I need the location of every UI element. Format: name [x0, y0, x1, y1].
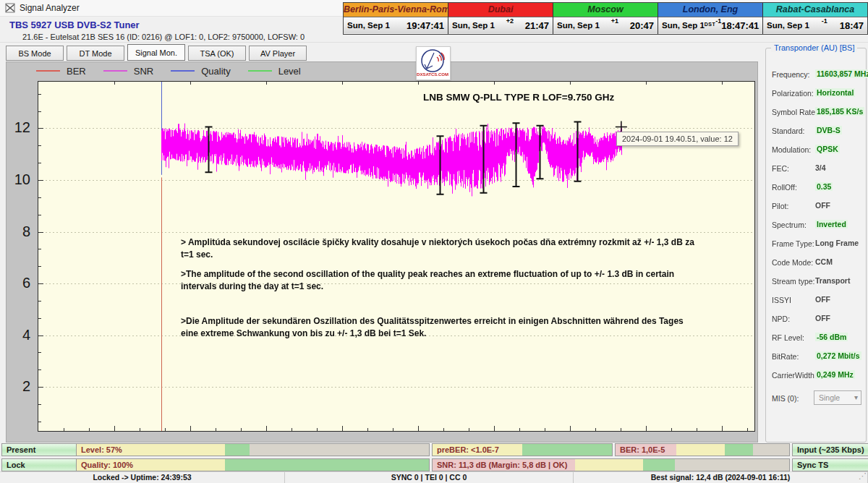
- field-value: 0.35: [815, 182, 833, 191]
- status-badge-input-235-kbps: Input (~235 Kbps): [792, 443, 868, 456]
- world-clocks: Berlin-Paris-Vienna-RomaSun, Sep 119:47:…: [343, 2, 868, 35]
- legend-label: SNR: [134, 66, 153, 77]
- field-label: Frequency:: [772, 70, 810, 79]
- transponder-row-bitrate: BitRate:0,272 Mbit/s: [772, 352, 863, 367]
- field-label: Standard:: [772, 127, 805, 135]
- clock-time-row: Sun, Sep 1-118:47: [763, 17, 867, 33]
- transponder-row-modulation: Modulation:QPSK: [772, 145, 863, 160]
- mis-dropdown[interactable]: Single ▾: [814, 390, 861, 405]
- mode-tabs: BS ModeDT ModeSignal Mon.TSA (OK)AV Play…: [6, 46, 307, 61]
- chevron-down-icon: ▾: [854, 391, 858, 404]
- status-section-3: Best signal: 12,4 dB (2024-09-01 16:11): [574, 472, 868, 483]
- clock-london-eng: London, EngSun, Sep 1DST-118:47:41: [658, 3, 762, 34]
- clock-city-label: Berlin-Paris-Vienna-Roma: [344, 3, 448, 17]
- chart-annotation-sk: > Amplitúda sekundovej oscilácie špičky …: [181, 236, 698, 261]
- tuner-name: TBS 5927 USB DVB-S2 Tuner: [9, 20, 140, 30]
- field-label: Polarization:: [772, 89, 814, 98]
- clock-time-value: 21:47: [525, 20, 549, 31]
- meter-label: Quality: 100%: [81, 459, 133, 471]
- clock-moscow: MoscowSun, Sep 1+120:47: [553, 3, 658, 34]
- clock-utc-offset: +1: [600, 17, 630, 27]
- field-label: RollOff:: [772, 183, 797, 192]
- header-separator: [0, 42, 868, 43]
- field-label: CarrierWidth:: [772, 371, 817, 380]
- field-label: Pilot:: [772, 202, 788, 210]
- legend-line-snr: [103, 70, 127, 72]
- transponder-row-fec: FEC:3/4: [772, 164, 863, 179]
- clock-date: Sun, Sep 1: [452, 21, 495, 30]
- transponder-row-polarization: Polarization:Horizontal: [772, 89, 863, 103]
- legend-item-level: Level: [248, 66, 301, 77]
- clock-date: Sun, Sep 1: [347, 21, 390, 30]
- clock-time-row: Sun, Sep 1DST-118:47:41: [658, 17, 762, 33]
- transponder-row-stream-type: Stream type:Transport: [772, 277, 863, 291]
- meter-ber: BER: 1,0E-5: [615, 443, 790, 456]
- transponder-row-rolloff: RollOff:0.35: [772, 183, 863, 197]
- transponder-panel: MIS (0): Single ▾ Frequency:11603,857 MH…: [765, 48, 867, 443]
- tab-dt-mode[interactable]: DT Mode: [67, 46, 124, 61]
- legend-label: BER: [67, 66, 86, 77]
- field-value: OFF: [815, 295, 830, 304]
- legend-label: Quality: [201, 66, 230, 77]
- legend-label: Level: [278, 66, 301, 77]
- meter-segment: [522, 444, 612, 456]
- legend-line-ber: [36, 70, 60, 72]
- meter-segment: [575, 459, 643, 471]
- field-label: Modulation:: [772, 145, 811, 154]
- meter-snr: SNR: 11,3 dB (Margin: 5,8 dB | OK): [432, 458, 790, 471]
- clock-date: Sun, Sep 1: [662, 21, 705, 30]
- clock-date: Sun, Sep 1: [767, 21, 809, 30]
- transponder-row-spectrum: Spectrum:Inverted: [772, 221, 863, 235]
- transponder-row-issyi: ISSYIOFF: [772, 296, 863, 310]
- meter-segment: [753, 444, 789, 456]
- clock-time-row: Sun, Sep 119:47:41: [344, 17, 448, 33]
- field-label: NPD:: [772, 315, 790, 323]
- meter-segment: [225, 459, 429, 471]
- meter-segment: [725, 444, 752, 456]
- tuner-details: 21.6E - Eutelsat 21B SES 16 (ID: 0216) @…: [22, 33, 305, 41]
- legend-item-ber: BER: [36, 66, 86, 77]
- tab-tsa-ok[interactable]: TSA (OK): [188, 46, 246, 61]
- meter-preber: preBER: <1.0E-7: [432, 443, 613, 456]
- tab-av-player[interactable]: AV Player: [249, 46, 307, 61]
- tab-bs-mode[interactable]: BS Mode: [6, 46, 64, 61]
- field-value: 185,185 KS/s: [815, 107, 864, 116]
- status-badge-lock: Lock: [1, 458, 80, 471]
- clock-date: Sun, Sep 1: [557, 21, 600, 30]
- legend-line-quality: [171, 70, 195, 72]
- legend-item-snr: SNR: [103, 66, 153, 77]
- transponder-row-carrierwidth: CarrierWidth:0,249 MHz: [772, 371, 863, 385]
- clock-time-value: 18:47:41: [721, 20, 759, 31]
- chart-annotation-en: >The amplitude of the second oscillation…: [181, 268, 698, 293]
- field-value: QPSK: [815, 145, 840, 153]
- status-section-1: Locked -> Uptime: 24:39:53: [0, 472, 285, 483]
- transponder-panel-title: Transponder (AU) [BS]: [771, 43, 857, 52]
- transponder-row-standard: Standard:DVB-S: [772, 127, 863, 141]
- field-label: FEC:: [772, 164, 789, 173]
- y-axis-label-4: 4: [4, 325, 30, 344]
- clock-utc-offset: +2: [495, 17, 525, 27]
- resize-grip[interactable]: ⋰: [859, 471, 867, 481]
- meter-segment: [675, 459, 789, 471]
- clock-berlin-paris-vienna-roma: Berlin-Paris-Vienna-RomaSun, Sep 119:47:…: [344, 3, 448, 34]
- tab-signal-mon[interactable]: Signal Mon.: [127, 44, 185, 61]
- transponder-row-npd: NPD:OFF: [772, 315, 863, 329]
- logo-text: DXSATCS.COM: [417, 72, 448, 77]
- field-value: DVB-S: [815, 126, 842, 134]
- dst-label: DST: [705, 22, 716, 27]
- clock-time-row: Sun, Sep 1+120:47: [553, 17, 658, 33]
- clock-time-value: 18:47: [840, 20, 864, 31]
- meter-segment: [250, 444, 429, 456]
- field-value: Transport: [815, 276, 850, 285]
- signal-bars-row-1: PresentLevel: 57%preBER: <1.0E-7BER: 1,0…: [0, 443, 868, 456]
- meter-segment: [643, 459, 675, 471]
- meter-quality: Quality: 100%: [76, 458, 430, 471]
- transponder-row-symbol-rate: Symbol Rate:185,185 KS/s: [772, 108, 863, 122]
- clock-utc-offset: -1: [809, 17, 840, 27]
- field-value: 11603,857 MHz: [815, 69, 868, 78]
- clock-city-label: London, Eng: [658, 3, 762, 17]
- value-tooltip: 2024-09-01 19.40.51, value: 12: [616, 132, 739, 146]
- field-value: Horizontal: [815, 88, 855, 97]
- transponder-row-pilot: Pilot:OFF: [772, 202, 863, 216]
- meter-segment: [225, 444, 250, 456]
